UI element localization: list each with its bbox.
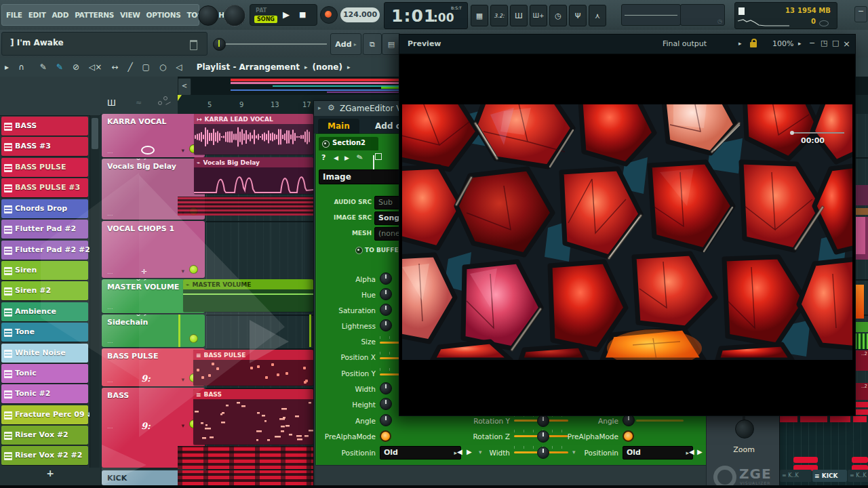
clip-bass[interactable]: ≡ BASS — [193, 389, 313, 445]
saturation-knob[interactable] — [380, 304, 392, 316]
section-tab[interactable]: Section2 — [319, 137, 378, 150]
minimap-collapse-button[interactable]: < — [178, 78, 191, 96]
arrangement-name[interactable]: (none) — [313, 62, 342, 72]
clip-master-volume[interactable]: ⌁ MASTER VOLUME — [183, 279, 313, 312]
spin-right-icon[interactable]: ▶ — [697, 448, 703, 455]
scroll-thumb[interactable] — [92, 118, 98, 149]
tab-main[interactable]: Main — [318, 119, 359, 134]
metronome-icon[interactable]: 3.2: — [490, 5, 508, 26]
lock-icon[interactable] — [750, 42, 757, 47]
paint-tool-icon[interactable]: ✎ — [56, 62, 63, 72]
pattern-fracture-perc[interactable]: Fracture Perc 09 #3 — [1, 405, 88, 424]
select-tool-icon[interactable]: ▢ — [142, 62, 150, 72]
preview-fullscreen-button[interactable]: ◳ — [821, 39, 827, 47]
zoom-tool-icon[interactable]: ○ — [159, 62, 166, 72]
pattern-tone[interactable]: Tone — [1, 323, 88, 342]
add-button[interactable]: Add ▸ — [330, 33, 361, 55]
track-dropdown-icon[interactable]: ▾ — [181, 422, 184, 429]
viz-progress-thumb[interactable] — [790, 131, 794, 135]
help-button[interactable]: ? — [321, 153, 326, 162]
typing-keyboard-icon[interactable]: ▦ — [471, 5, 488, 26]
to-buffer-radio[interactable] — [355, 247, 363, 254]
copy-icon[interactable] — [373, 155, 374, 169]
collapse-arrow-icon[interactable]: ▸ — [318, 104, 321, 111]
playlist-title[interactable]: Playlist - Arrangement — [197, 62, 300, 72]
oscilloscope[interactable] — [621, 4, 681, 26]
overdub-icon[interactable]: Ш+ — [530, 5, 547, 26]
track-led[interactable] — [189, 334, 198, 343]
delete-tool-icon[interactable]: ⊘ — [73, 62, 79, 72]
picker-scrollbar[interactable] — [90, 115, 100, 468]
pattern-bass[interactable]: BASS — [1, 117, 88, 136]
rotation-y-thumb[interactable] — [537, 415, 549, 427]
pattern-tonic[interactable]: Tonic — [1, 364, 88, 383]
pattern-riser-vox-2[interactable]: Riser Vox #2 — [1, 426, 88, 445]
track-header-bass-pulse[interactable]: BASS PULSE ...9: ▾ — [102, 348, 205, 386]
main-volume-knob[interactable] — [198, 5, 218, 26]
track-dropdown-icon[interactable]: ▾ — [181, 147, 184, 154]
pattern-bass-pulse[interactable]: BASS PULSE — [1, 158, 88, 177]
wait-input-icon[interactable]: Ш — [510, 5, 528, 26]
preview-close-button[interactable]: × — [843, 39, 850, 49]
menu-view[interactable]: VIEW — [120, 11, 140, 19]
menu-edit[interactable]: EDIT — [28, 11, 46, 19]
headphones-icon[interactable]: ∩ — [18, 62, 24, 72]
track-dropdown-icon[interactable]: ▾ — [181, 268, 184, 274]
pattern-siren-2[interactable]: Siren #2 — [1, 281, 88, 300]
pattern-bass-3[interactable]: BASS #3 — [1, 137, 88, 156]
pattern-white-noise[interactable]: White Noise — [1, 344, 88, 363]
pat-mode[interactable]: PAT — [256, 7, 267, 14]
next-effect-icon[interactable]: ▶ — [344, 155, 349, 161]
playback-tool-icon[interactable]: ◁ — [176, 62, 182, 72]
track-options[interactable]: ... — [107, 148, 113, 155]
prev-effect-icon[interactable]: ◀ — [334, 155, 338, 161]
preview-titlebar[interactable]: Preview Final output ▸ 100% ▸ − ◳ □ × — [399, 35, 855, 54]
section-radio-icon[interactable] — [322, 140, 330, 148]
positionin2-dropdown[interactable]: Old▸ — [623, 446, 693, 460]
prealphamode-led[interactable] — [380, 430, 391, 442]
play-button[interactable]: ▶ — [283, 9, 290, 20]
viz-progress-bar[interactable] — [791, 132, 844, 134]
menu-patterns[interactable]: PATTERNS — [75, 11, 114, 19]
add-pattern-button[interactable]: + — [0, 468, 100, 485]
pattern-bass-pulse-3[interactable]: BASS PULSE #3 — [1, 178, 88, 197]
brush-icon[interactable]: ✎ — [355, 152, 363, 163]
tempo-display[interactable]: 124.000 — [340, 7, 380, 22]
pattern-siren[interactable]: Siren — [1, 261, 88, 280]
angle-knob[interactable] — [380, 414, 392, 426]
loop-record-icon[interactable]: ◷ — [549, 5, 567, 26]
width2-thumb[interactable] — [537, 447, 549, 459]
wave-icon[interactable]: ≈ — [136, 98, 142, 107]
playback-slider[interactable] — [212, 30, 334, 58]
clip-vocals-big-delay[interactable]: ⌁ Vocals Big Delay — [194, 157, 313, 194]
pattern-flutter-pad-2[interactable]: Flutter Pad #2 — [1, 220, 88, 239]
slice-tool-icon[interactable]: ╱ — [127, 62, 132, 72]
record-button[interactable] — [320, 6, 338, 24]
pattern-riser-vox-2-2[interactable]: Riser Vox #2 #2 — [1, 446, 88, 465]
track-header-karra-vocal[interactable]: KARRA VOCAL ... ▾ — [102, 114, 205, 157]
track-header-vocal-chops[interactable]: VOCAL CHOPS 1 ...✛ ▾ — [102, 221, 205, 278]
tuner-icon[interactable]: ⋏ — [589, 5, 606, 26]
playhead-marker[interactable] — [178, 95, 182, 101]
main-pitch-knob[interactable] — [224, 5, 245, 26]
lightness-knob[interactable] — [380, 319, 392, 331]
alpha-knob[interactable] — [380, 272, 392, 285]
width-knob[interactable] — [380, 382, 392, 394]
menu-file[interactable]: FILE — [6, 11, 22, 19]
clip-karra-lead-vocal[interactable]: ↦ KARRA LEAD VOCAL — [194, 114, 313, 155]
clip-pattern-stripes[interactable] — [178, 197, 313, 216]
song-mode[interactable]: SONG — [254, 16, 277, 23]
piano-roll-icon[interactable]: Ш — [107, 98, 116, 108]
pattern-chords-drop[interactable]: Chords Drop — [1, 199, 88, 218]
clip-bass-pulse[interactable]: ≡ BASS PULSE — [193, 350, 313, 386]
track-header-sidechain[interactable]: Sidechain ... — [102, 314, 205, 347]
preview-maximize-button[interactable]: □ — [832, 39, 839, 47]
zoom-selector[interactable]: 100% — [772, 39, 793, 48]
height-knob[interactable] — [380, 398, 392, 410]
song-title-field[interactable]: ] I'm Awake — [1, 32, 208, 56]
pattern-tonic-2[interactable]: Tonic #2 — [1, 384, 88, 403]
pattern-ambience[interactable]: Ambience — [1, 302, 88, 321]
menu-options[interactable]: OPTIONS — [146, 11, 181, 19]
stop-button[interactable]: ■ — [299, 10, 306, 19]
draw-tool-icon[interactable]: ✎ — [40, 62, 47, 72]
